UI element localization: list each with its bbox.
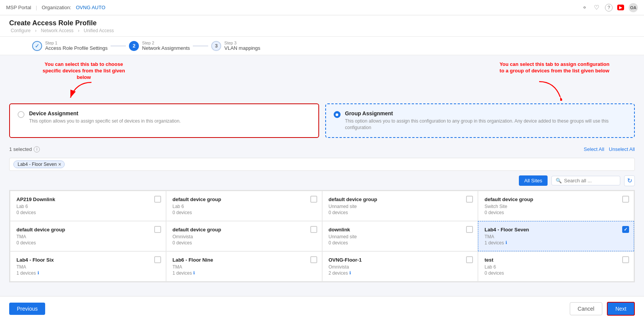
device-card-checkbox[interactable] xyxy=(154,256,161,263)
step-1[interactable]: ✓ Step 1 Access Role Profile Settings xyxy=(32,41,108,51)
refresh-button[interactable]: ↻ xyxy=(624,175,635,186)
device-card-count: 1 devices ℹ xyxy=(484,240,628,246)
select-all-link[interactable]: Select All xyxy=(584,146,604,152)
page-header: Create Access Role Profile Configure › N… xyxy=(0,15,644,37)
device-card-name: Lab6 - Floor Nine xyxy=(173,257,316,263)
device-card-name: Lab4 - Floor Six xyxy=(16,257,160,263)
device-card-checkbox[interactable] xyxy=(466,226,473,233)
device-assignment-title: Device Assignment xyxy=(29,110,311,116)
selection-info-icon[interactable]: i xyxy=(34,146,40,152)
selected-tag[interactable]: Lab4 - Floor Seven × xyxy=(13,160,65,168)
device-card[interactable]: Lab4 - Floor Seven TMA 1 devices ℹ ✓ xyxy=(478,221,634,251)
search-input[interactable] xyxy=(564,178,616,183)
device-card-site: Lab 6 xyxy=(16,204,160,209)
device-card[interactable]: downlink Unnamed site 0 devices xyxy=(322,221,478,251)
group-assignment-title: Group Assignment xyxy=(345,110,627,116)
bell-icon[interactable]: ♡ xyxy=(593,4,600,11)
help-icon[interactable]: ? xyxy=(605,4,613,11)
tag-close-icon[interactable]: × xyxy=(58,162,61,167)
device-card-checkbox[interactable] xyxy=(466,196,473,203)
search-box: 🔍 xyxy=(551,176,620,185)
search-icon[interactable]: ⚬ xyxy=(580,4,588,11)
device-card-checkbox[interactable] xyxy=(310,256,317,263)
user-avatar[interactable]: OA xyxy=(629,3,638,12)
selected-count: 1 selected i xyxy=(9,146,40,152)
header-left: MSP Portal | Organization: OVNG AUTO xyxy=(6,5,105,10)
device-assignment-radio[interactable] xyxy=(18,111,24,118)
all-sites-button[interactable]: All Sites xyxy=(519,175,548,186)
device-card[interactable]: Lab4 - Floor Six TMA 1 devices ℹ xyxy=(10,251,166,282)
breadcrumb-network-access[interactable]: Network Access xyxy=(41,28,73,33)
step-2-name: Network Assignments xyxy=(142,45,190,51)
device-card-site: Omnivista xyxy=(329,264,472,270)
device-card-checkbox[interactable] xyxy=(154,196,161,203)
device-card[interactable]: test Lab 6 0 devices xyxy=(478,251,634,282)
device-card-count: 0 devices xyxy=(484,270,628,276)
step-2-label: Step 2 xyxy=(142,41,190,45)
step-3-label: Step 3 xyxy=(224,41,260,45)
steps-bar: ✓ Step 1 Access Role Profile Settings 2 … xyxy=(0,37,644,55)
device-card[interactable]: AP219 Downlink Lab 6 0 devices xyxy=(10,191,166,221)
step-2[interactable]: 2 Step 2 Network Assignments xyxy=(129,41,190,51)
device-card-checkbox[interactable] xyxy=(622,256,629,263)
step-separator-2 xyxy=(193,46,208,46)
device-card[interactable]: default device group Omnivista 0 devices xyxy=(166,221,322,251)
device-card-site: Unnamed site xyxy=(329,234,472,239)
device-card-checkbox[interactable] xyxy=(310,196,317,203)
device-card-name: OVNG-Floor-1 xyxy=(329,257,472,263)
device-card-site: TMA xyxy=(173,264,316,270)
device-card[interactable]: default device group Lab 6 0 devices xyxy=(166,191,322,221)
filter-toolbar: All Sites 🔍 ↻ xyxy=(9,175,635,186)
group-assignment-panel[interactable]: Group Assignment This option allows you … xyxy=(325,103,635,138)
selection-bar: 1 selected i Select All Unselect All xyxy=(9,144,635,155)
search-icon-inner: 🔍 xyxy=(556,178,562,183)
device-card-site: TMA xyxy=(16,234,160,239)
device-card-name: default device group xyxy=(16,227,160,233)
device-card-count: 1 devices ℹ xyxy=(16,270,160,276)
top-header: MSP Portal | Organization: OVNG AUTO ⚬ ♡… xyxy=(0,0,644,15)
step-1-label: Step 1 xyxy=(45,41,108,45)
step-3[interactable]: 3 Step 3 VLAN mappings xyxy=(211,41,260,51)
breadcrumb-configure[interactable]: Configure xyxy=(11,28,31,33)
unselect-all-link[interactable]: Unselect All xyxy=(609,146,635,152)
device-card-checkbox[interactable] xyxy=(310,226,317,233)
group-assignment-radio[interactable] xyxy=(334,111,341,118)
step-1-number: ✓ xyxy=(32,41,42,51)
annotation-left: You can select this tab to choose specif… xyxy=(40,61,128,81)
tag-label: Lab4 - Floor Seven xyxy=(18,162,57,167)
device-card-checkbox[interactable] xyxy=(466,256,473,263)
device-card-checkbox[interactable] xyxy=(622,196,629,203)
youtube-icon[interactable]: ▶ xyxy=(617,5,624,10)
device-card-site: Lab 6 xyxy=(173,204,316,209)
device-assignment-panel[interactable]: Device Assignment This option allows you… xyxy=(9,103,319,138)
device-card-count: 0 devices xyxy=(329,240,472,246)
device-card-count: 0 devices xyxy=(16,210,160,215)
device-card-checkbox[interactable]: ✓ xyxy=(622,226,629,233)
device-card[interactable]: default device group Unnamed site 0 devi… xyxy=(322,191,478,221)
device-card-name: default device group xyxy=(173,227,316,233)
breadcrumb-unified-access[interactable]: Unified Access xyxy=(84,28,114,33)
step-3-name: VLAN mappings xyxy=(224,45,260,51)
step-2-number: 2 xyxy=(129,41,139,51)
device-card-site: Lab 6 xyxy=(484,264,628,270)
device-card-name: AP219 Downlink xyxy=(16,197,160,202)
group-assignment-desc: This option allows you to assign this co… xyxy=(345,118,627,131)
device-card-site: TMA xyxy=(484,234,628,239)
device-card[interactable]: OVNG-Floor-1 Omnivista 2 devices ℹ xyxy=(322,251,478,282)
msp-portal-link[interactable]: MSP Portal xyxy=(6,5,31,10)
device-card[interactable]: Lab6 - Floor Nine TMA 1 devices ℹ xyxy=(166,251,322,282)
device-card-checkbox[interactable] xyxy=(154,226,161,233)
page-title: Create Access Role Profile xyxy=(9,19,635,27)
device-card-name: test xyxy=(484,257,628,263)
device-card[interactable]: default device group TMA 0 devices xyxy=(10,221,166,251)
arrow-left-icon xyxy=(68,80,99,102)
device-card-count: 0 devices xyxy=(329,210,472,215)
device-card-count: 0 devices xyxy=(16,240,160,246)
device-card[interactable]: default device group Switch Site 0 devic… xyxy=(478,191,634,221)
header-right: ⚬ ♡ ? ▶ OA xyxy=(580,3,638,12)
org-name[interactable]: OVNG AUTO xyxy=(76,5,105,10)
step-2-info: Step 2 Network Assignments xyxy=(142,41,190,51)
device-assignment-content: Device Assignment This option allows you… xyxy=(29,110,311,124)
device-card-name: Lab4 - Floor Seven xyxy=(484,227,628,233)
device-card-name: default device group xyxy=(329,197,472,202)
